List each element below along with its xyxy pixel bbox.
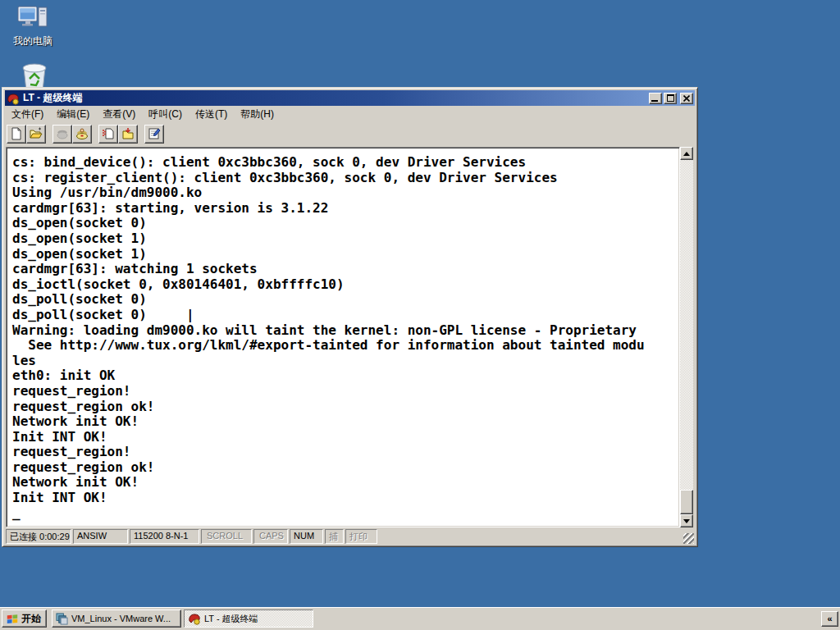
disconnect-button[interactable]	[72, 125, 92, 144]
new-document-icon	[10, 127, 23, 140]
close-button[interactable]	[680, 93, 693, 104]
terminal-line: cs: register_client(): client 0xc3bbc360…	[12, 171, 679, 186]
status-caps: CAPS	[253, 529, 288, 544]
terminal-line: request_region!	[12, 445, 679, 460]
properties-icon	[148, 127, 161, 140]
status-num: NUM	[290, 529, 323, 544]
taskbar: 开始 VM_Linux - VMware W... LT - 超级终端 «	[0, 607, 840, 630]
send-file-icon	[102, 127, 115, 140]
menu-help[interactable]: 帮助(H)	[234, 107, 281, 122]
hyperterminal-icon	[188, 612, 201, 625]
terminal-line: request_region ok!	[12, 460, 679, 476]
phone-handset-icon	[75, 127, 89, 140]
desktop-icon-label: 我的电脑	[7, 34, 59, 48]
menu-call[interactable]: 呼叫(C)	[142, 107, 189, 122]
open-folder-icon	[30, 127, 43, 140]
terminal-line: Init INT OK!	[12, 430, 679, 445]
status-capture: 捕	[325, 529, 344, 544]
menu-edit[interactable]: 编辑(E)	[50, 107, 96, 122]
maximize-button[interactable]	[664, 93, 677, 104]
task-vmware[interactable]: VM_Linux - VMware W...	[52, 609, 181, 628]
terminal-line: Network init OK!	[12, 414, 679, 430]
status-baud-settings: 115200 8-N-1	[130, 529, 199, 544]
windows-logo-icon	[6, 613, 19, 624]
titlebar[interactable]: LT - 超级终端	[5, 90, 695, 106]
terminal-line: cardmgr[63]: watching 1 sockets	[12, 262, 679, 277]
terminal-line: Warning: loading dm9000.ko will taint th…	[12, 323, 679, 339]
terminal-line: ds_open(socket 1)	[12, 231, 679, 247]
minimize-icon	[651, 100, 658, 102]
desktop-icon-my-computer[interactable]: 我的电脑	[7, 5, 59, 48]
menu-view[interactable]: 查看(V)	[96, 107, 142, 122]
vmware-icon	[56, 613, 68, 625]
scroll-up-button[interactable]	[680, 147, 693, 160]
my-computer-icon	[17, 5, 48, 33]
menu-file[interactable]: 文件(F)	[5, 107, 50, 122]
task-label: LT - 超级终端	[204, 613, 258, 625]
terminal-line: ds_poll(socket 0)	[12, 292, 679, 308]
status-connected: 已连接 0:00:29	[6, 529, 71, 544]
collapse-tray-button[interactable]: «	[821, 611, 838, 627]
status-scroll: SCROLL	[201, 529, 252, 544]
statusbar: 已连接 0:00:29 ANSIW 115200 8-N-1 SCROLL CA…	[6, 529, 694, 544]
hyperterminal-window: LT - 超级终端 文件(F) 编辑(E) 查看(V) 呼叫(C) 传送(T) …	[2, 87, 698, 547]
terminal-line: request_region ok!	[12, 399, 679, 415]
cursor-line: _	[12, 506, 679, 522]
terminal-line: request_region!	[12, 384, 679, 399]
open-button[interactable]	[26, 125, 46, 144]
status-print: 打印	[345, 529, 377, 544]
terminal-line: les	[12, 354, 679, 369]
maximize-icon	[667, 94, 674, 102]
minimize-button[interactable]	[649, 93, 662, 104]
terminal-line: ds_poll(socket 0) |	[12, 308, 679, 323]
call-phone-icon	[56, 127, 69, 140]
call-button	[52, 125, 72, 144]
hyperterminal-icon	[7, 92, 20, 105]
toolbar	[5, 122, 695, 145]
receive-folder-icon	[121, 127, 135, 140]
menubar: 文件(F) 编辑(E) 查看(V) 呼叫(C) 传送(T) 帮助(H)	[5, 107, 695, 121]
task-hyperterminal[interactable]: LT - 超级终端	[184, 609, 313, 628]
start-button[interactable]: 开始	[2, 609, 47, 628]
scrollbar-thumb[interactable]	[680, 490, 693, 514]
close-icon	[683, 95, 690, 102]
terminal-screen[interactable]: cs: bind_device(): client 0xc3bbc360, so…	[6, 147, 680, 527]
terminal-line: ds_open(socket 1)	[12, 247, 679, 262]
status-emulation: ANSIW	[73, 529, 128, 544]
desktop: { "desktop": { "bg_color": "#3A6EA5", "m…	[0, 0, 840, 630]
arrow-down-icon	[683, 519, 690, 523]
new-connection-button[interactable]	[7, 125, 26, 144]
resize-grip[interactable]	[683, 533, 694, 544]
arrow-up-icon	[683, 152, 690, 156]
terminal-line: cs: bind_device(): client 0xc3bbc360, so…	[12, 155, 679, 171]
terminal-line: Network init OK!	[12, 475, 679, 491]
terminal-line: Using /usr/bin/dm9000.ko	[12, 185, 679, 201]
properties-button[interactable]	[144, 125, 164, 144]
terminal-line: cardmgr[63]: starting, version is 3.1.22	[12, 201, 679, 217]
task-label: VM_Linux - VMware W...	[71, 614, 171, 623]
terminal-line: eth0: init OK	[12, 368, 679, 384]
window-title: LT - 超级终端	[23, 91, 82, 105]
scrollbar-track[interactable]	[680, 160, 693, 514]
start-label: 开始	[21, 612, 41, 626]
scroll-down-button[interactable]	[680, 514, 693, 527]
terminal-line: See http://www.tux.org/lkml/#export-tain…	[12, 338, 679, 354]
vertical-scrollbar[interactable]	[680, 147, 693, 527]
terminal-line: Init INT OK!	[12, 491, 679, 506]
menu-transfer[interactable]: 传送(T)	[189, 107, 234, 122]
terminal-client: cs: bind_device(): client 0xc3bbc360, so…	[6, 147, 693, 527]
receive-file-button[interactable]	[118, 125, 138, 144]
terminal-line: ds_ioctl(socket 0, 0x80146401, 0xbffffc1…	[12, 277, 679, 293]
terminal-line: ds_open(socket 0)	[12, 216, 679, 231]
send-file-button[interactable]	[98, 125, 118, 144]
